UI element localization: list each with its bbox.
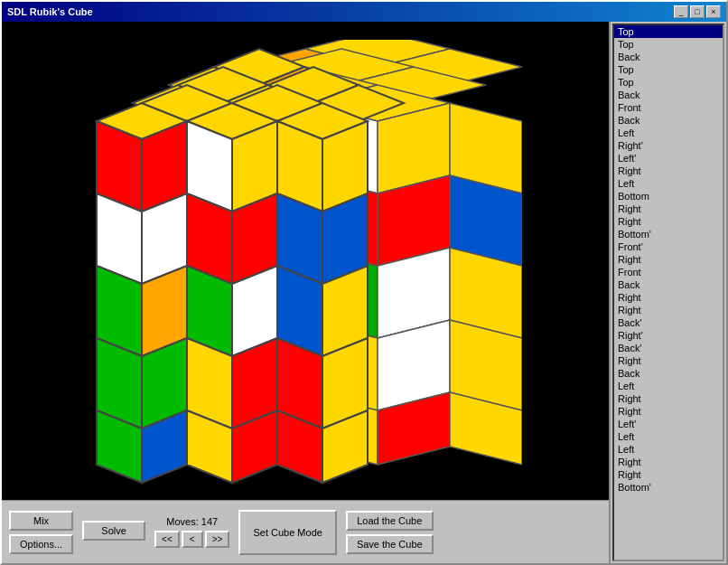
move-list-item[interactable]: Left [614,443,723,456]
main-window: SDL Rubik's Cube _ □ × [0,0,728,565]
move-list-item[interactable]: Back [614,367,723,380]
move-list-item[interactable]: Top [614,76,723,89]
move-list-item[interactable]: Left [614,127,723,139]
move-list-container: TopTopBackTopTopBackFrontBackLeftRight'L… [612,24,724,561]
move-list-item[interactable]: Front [614,101,723,114]
move-list-item[interactable]: Back' [614,316,723,329]
move-list-item[interactable]: Back' [614,342,723,354]
solve-button[interactable]: Solve [82,521,145,541]
move-list-item[interactable]: Right [614,392,723,405]
move-list-item[interactable]: Bottom' [614,228,723,240]
move-list-item[interactable]: Bottom' [614,481,723,494]
load-cube-button[interactable]: Load the Cube [346,511,434,531]
maximize-button[interactable]: □ [690,5,705,18]
move-list-item[interactable]: Back [614,278,723,291]
move-list-item[interactable]: Front' [614,240,723,253]
move-list-panel: TopTopBackTopTopBackFrontBackLeftRight'L… [609,22,726,563]
move-list-item[interactable]: Right [614,304,723,316]
move-list-item[interactable]: Top [614,63,723,76]
moves-section: Moves: 147 << < >> [154,516,229,548]
solve-section: Solve [82,506,145,558]
set-cube-mode-button[interactable]: Set Cube Mode [238,510,336,555]
left-controls: Mix Options... [9,511,73,554]
move-list-item[interactable]: Right [614,354,723,367]
move-list-item[interactable]: Right [614,253,723,266]
main-area: Mix Options... Solve Moves: 147 << < >> [2,22,609,563]
move-list-item[interactable]: Back [614,89,723,101]
move-list-item[interactable]: Left [614,430,723,443]
minimize-button[interactable]: _ [674,5,688,18]
window-title: SDL Rubik's Cube [7,6,93,17]
nav-prev-prev-button[interactable]: << [154,531,180,548]
move-list-item[interactable]: Back [614,114,723,127]
options-button[interactable]: Options... [9,534,73,554]
move-list-item[interactable]: Right' [614,139,723,152]
cube-viewport [2,22,609,500]
move-list-item[interactable]: Left' [614,418,723,430]
nav-next-button[interactable]: >> [205,531,230,548]
move-list-item[interactable]: Right [614,215,723,228]
controls-bar: Mix Options... Solve Moves: 147 << < >> [2,500,609,563]
nav-buttons: << < >> [154,531,229,548]
close-button[interactable]: × [706,5,721,18]
move-list-item[interactable]: Right [614,468,723,481]
move-list-item[interactable]: Front [614,266,723,278]
window-controls: _ □ × [674,5,721,18]
window-content: Mix Options... Solve Moves: 147 << < >> [2,22,726,563]
rubiks-cube [11,31,490,492]
mix-button[interactable]: Mix [9,511,73,531]
title-bar: SDL Rubik's Cube _ □ × [2,2,726,22]
move-list-item[interactable]: Right [614,405,723,418]
move-list-item[interactable]: Bottom [614,190,723,202]
moves-label: Moves: 147 [166,516,218,527]
move-list-item[interactable]: Right [614,291,723,304]
load-save-buttons: Load the Cube Save the Cube [346,511,434,554]
move-list-item[interactable]: Right [614,456,723,468]
move-list-item[interactable]: Right' [614,329,723,342]
save-cube-button[interactable]: Save the Cube [346,534,434,554]
move-list-item[interactable]: Right [614,165,723,177]
move-list-item[interactable]: Left' [614,152,723,165]
move-list[interactable]: TopTopBackTopTopBackFrontBackLeftRight'L… [614,25,723,560]
move-list-item[interactable]: Left [614,177,723,190]
move-list-item[interactable]: Right [614,202,723,215]
move-list-item[interactable]: Left [614,380,723,392]
move-list-item[interactable]: Top [614,25,723,38]
move-list-item[interactable]: Back [614,51,723,63]
move-list-item[interactable]: Top [614,38,723,51]
nav-prev-button[interactable]: < [182,531,203,548]
